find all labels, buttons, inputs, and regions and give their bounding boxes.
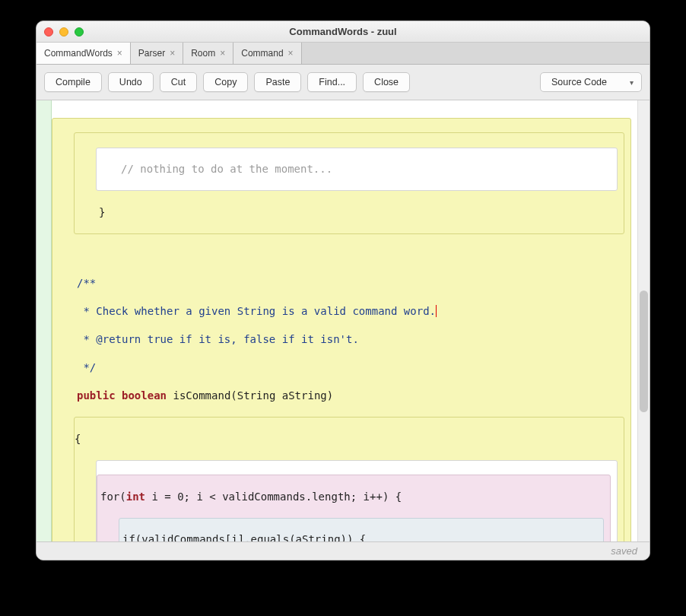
chevron-down-icon: ▾ xyxy=(630,78,634,87)
view-select-label: Source Code xyxy=(551,77,607,87)
close-window-icon[interactable] xyxy=(44,27,53,37)
code-comment: // nothing to do at the moment... xyxy=(121,163,332,175)
code-area[interactable]: // nothing to do at the moment... } /** … xyxy=(52,100,637,541)
titlebar: CommandWords - zuul xyxy=(37,21,649,43)
window-title: CommandWords - zuul xyxy=(37,26,649,37)
scrollbar-thumb[interactable] xyxy=(640,291,648,412)
editor: // nothing to do at the moment... } /** … xyxy=(37,100,649,541)
undo-button[interactable]: Undo xyxy=(108,72,154,92)
cut-button[interactable]: Cut xyxy=(160,72,197,92)
javadoc: */ xyxy=(77,361,96,373)
save-status: saved xyxy=(611,545,637,557)
window-controls xyxy=(44,27,84,37)
text-cursor xyxy=(436,305,437,317)
tab-commandwords[interactable]: CommandWords × xyxy=(37,43,131,64)
javadoc: * @return true if it is, false if it isn… xyxy=(77,333,359,345)
tab-command[interactable]: Command × xyxy=(233,43,301,64)
tab-room[interactable]: Room × xyxy=(183,43,233,64)
close-tab-icon[interactable]: × xyxy=(220,49,225,58)
close-tab-icon[interactable]: × xyxy=(170,49,175,58)
zoom-window-icon[interactable] xyxy=(75,27,84,37)
close-button[interactable]: Close xyxy=(363,72,410,92)
close-tab-icon[interactable]: × xyxy=(117,49,122,58)
javadoc: * Check whether a given String is a vali… xyxy=(77,305,436,317)
copy-button[interactable]: Copy xyxy=(203,72,248,92)
view-select[interactable]: Source Code ▾ xyxy=(540,72,642,92)
tab-label: Parser xyxy=(138,48,165,59)
javadoc: /** xyxy=(77,277,96,289)
close-tab-icon[interactable]: × xyxy=(288,49,294,58)
tab-label: Command xyxy=(241,48,283,59)
find-button[interactable]: Find... xyxy=(307,72,357,92)
tab-bar: CommandWords × Parser × Room × Command × xyxy=(37,43,649,65)
fold-gutter[interactable] xyxy=(37,100,52,541)
toolbar: Compile Undo Cut Copy Paste Find... Clos… xyxy=(37,65,649,100)
tab-label: Room xyxy=(191,48,215,59)
vertical-scrollbar[interactable] xyxy=(637,100,649,541)
minimize-window-icon[interactable] xyxy=(59,27,68,37)
status-bar: saved xyxy=(37,541,649,560)
compile-button[interactable]: Compile xyxy=(44,72,102,92)
app-window: CommandWords - zuul CommandWords × Parse… xyxy=(36,21,650,560)
tab-label: CommandWords xyxy=(44,48,113,59)
tab-parser[interactable]: Parser × xyxy=(131,43,183,64)
paste-button[interactable]: Paste xyxy=(254,72,301,92)
